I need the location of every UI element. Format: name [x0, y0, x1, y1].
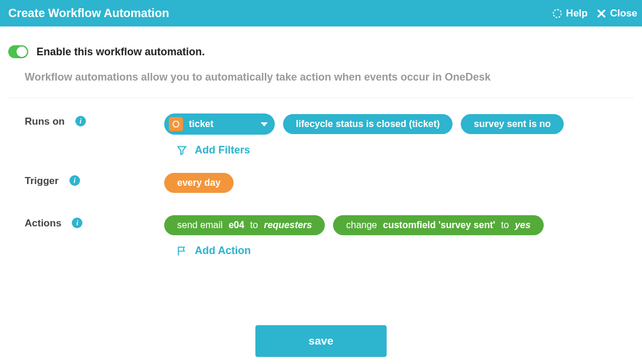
info-icon[interactable]: i [69, 175, 80, 186]
runs-on-row: Runs on i ticket lifecycle status is clo… [8, 113, 634, 156]
action-part: yes [515, 220, 531, 231]
add-action-button[interactable]: Add Action [164, 241, 634, 257]
automation-description: Workflow automations allow you to automa… [8, 71, 634, 84]
filter-chip[interactable]: survey sent is no [461, 114, 564, 134]
action-part: change [346, 220, 377, 231]
ticket-type-label: ticket [189, 119, 255, 129]
action-part: requesters [264, 220, 312, 231]
trigger-chip-label: every day [177, 178, 221, 188]
enable-label: Enable this workflow automation. [36, 46, 205, 58]
action-part: customfield 'survey sent' [383, 220, 495, 231]
actions-row: Actions i send email e04 to requesters c… [8, 215, 634, 257]
chevron-down-icon [261, 122, 268, 126]
dialog-title: Create Workflow Automation [8, 6, 169, 20]
ticket-type-select[interactable]: ticket [164, 113, 275, 135]
filter-chip-label: lifecycle status is closed (ticket) [296, 119, 440, 129]
enable-toggle[interactable] [8, 45, 28, 58]
help-icon [552, 8, 563, 19]
svg-point-0 [553, 9, 561, 18]
close-label: Close [610, 8, 637, 19]
add-filters-button[interactable]: Add Filters [164, 141, 634, 156]
trigger-label: Trigger [25, 175, 59, 187]
action-part: send email [177, 220, 222, 231]
close-icon [596, 8, 607, 19]
action-part: e04 [228, 220, 244, 231]
action-part: to [501, 220, 509, 231]
action-chip[interactable]: change customfield 'survey sent' to yes [333, 215, 543, 235]
flag-icon [176, 245, 188, 257]
save-button[interactable]: save [255, 325, 386, 357]
action-part: to [250, 220, 258, 231]
filter-icon [176, 145, 188, 156]
runs-on-label: Runs on [25, 116, 65, 128]
actions-label: Actions [25, 218, 61, 229]
action-chip[interactable]: send email e04 to requesters [164, 215, 325, 235]
filter-chip-label: survey sent is no [474, 119, 551, 129]
trigger-row: Trigger i every day [8, 173, 634, 199]
help-label: Help [566, 8, 588, 19]
trigger-chip[interactable]: every day [164, 173, 234, 193]
filter-chip[interactable]: lifecycle status is closed (ticket) [283, 114, 453, 134]
divider [8, 98, 634, 98]
info-icon[interactable]: i [75, 116, 86, 126]
info-icon[interactable]: i [72, 218, 82, 228]
help-button[interactable]: Help [552, 8, 588, 19]
close-button[interactable]: Close [596, 8, 637, 19]
add-action-label: Add Action [195, 245, 251, 257]
ticket-icon [169, 117, 183, 131]
add-filters-label: Add Filters [195, 144, 250, 156]
dialog-header: Create Workflow Automation Help Close [0, 0, 642, 26]
